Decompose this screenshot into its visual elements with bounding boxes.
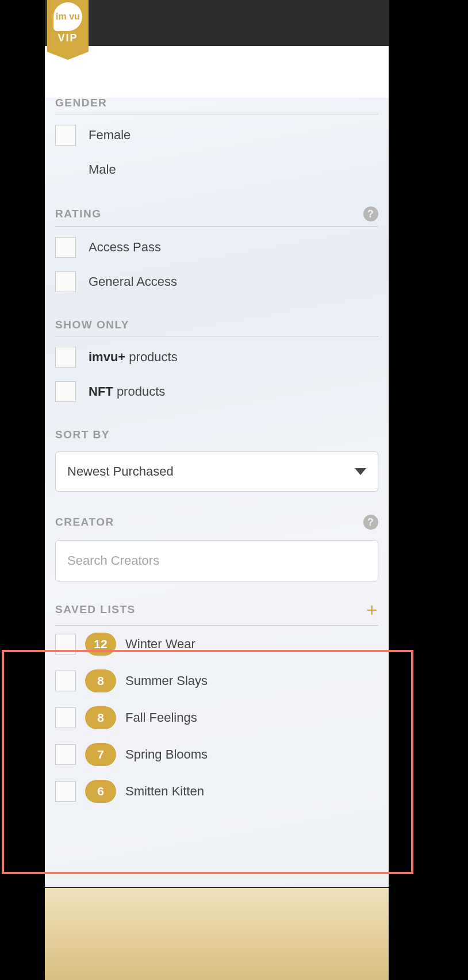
filter-panel: GENDER Female Male RATING ? Access Pass xyxy=(45,46,389,887)
filter-label: General Access xyxy=(89,274,177,289)
filter-row-gender-male[interactable]: Male xyxy=(55,156,378,190)
sort-by-select[interactable]: Newest Purchased xyxy=(55,451,378,492)
section-heading-creator: CREATOR xyxy=(55,516,114,529)
section-heading-rating: RATING xyxy=(55,208,101,220)
saved-list-row[interactable]: 8 Summer Slays xyxy=(55,663,378,699)
vip-label: VIP xyxy=(57,32,78,44)
filter-label: Female xyxy=(89,128,131,143)
section-heading-show-only: SHOW ONLY xyxy=(55,319,129,331)
saved-list-row[interactable]: 8 Fall Feelings xyxy=(55,699,378,736)
saved-list-row[interactable]: 6 Smitten Kitten xyxy=(55,773,378,810)
checkbox[interactable] xyxy=(55,271,76,292)
count-badge: 8 xyxy=(85,669,116,692)
section-heading-saved-lists: SAVED LISTS xyxy=(55,603,136,616)
checkbox[interactable] xyxy=(55,347,76,368)
checkbox[interactable] xyxy=(55,125,76,146)
checkbox[interactable] xyxy=(55,707,76,728)
count-badge: 7 xyxy=(85,743,116,766)
saved-list-label: Smitten Kitten xyxy=(125,784,204,799)
checkbox[interactable] xyxy=(55,781,76,802)
section-heading-sort-by: SORT BY xyxy=(55,428,110,441)
section-heading-gender: GENDER xyxy=(55,97,378,114)
filter-row-gender-female[interactable]: Female xyxy=(55,114,378,156)
count-badge: 8 xyxy=(85,706,116,729)
count-badge: 6 xyxy=(85,780,116,803)
checkbox[interactable] xyxy=(55,744,76,765)
chevron-down-icon xyxy=(355,468,366,475)
bottom-bar xyxy=(45,888,389,980)
sort-by-value: Newest Purchased xyxy=(67,464,174,479)
vip-badge: im vu VIP xyxy=(47,0,89,52)
filter-row-access-pass[interactable]: Access Pass xyxy=(55,227,378,268)
saved-list-label: Fall Feelings xyxy=(125,710,197,725)
saved-list-row[interactable]: 7 Spring Blooms xyxy=(55,736,378,773)
filter-label: NFT products xyxy=(89,384,165,399)
filter-label: Access Pass xyxy=(89,240,161,255)
add-saved-list-button[interactable]: + xyxy=(366,600,378,619)
checkbox[interactable] xyxy=(55,237,76,258)
checkbox[interactable] xyxy=(55,634,76,654)
filter-row-imvuplus[interactable]: imvu+ products xyxy=(55,336,378,378)
saved-list-row[interactable]: 12 Winter Wear xyxy=(55,626,378,663)
panel-header-blank xyxy=(45,46,389,98)
saved-list-label: Winter Wear xyxy=(125,637,195,652)
saved-list-label: Spring Blooms xyxy=(125,747,208,762)
checkbox[interactable] xyxy=(55,671,76,691)
filter-row-nft[interactable]: NFT products xyxy=(55,378,378,412)
creator-search-input[interactable] xyxy=(56,541,378,581)
top-bar xyxy=(45,0,389,46)
filter-label: imvu+ products xyxy=(89,350,178,365)
checkbox[interactable] xyxy=(55,381,76,402)
help-icon[interactable]: ? xyxy=(363,515,378,530)
filter-label: Male xyxy=(89,162,116,177)
help-icon[interactable]: ? xyxy=(363,206,378,221)
creator-search[interactable] xyxy=(55,540,378,581)
saved-list-label: Summer Slays xyxy=(125,673,208,688)
count-badge: 12 xyxy=(85,633,116,656)
vip-logo-icon: im vu xyxy=(53,2,82,31)
filter-row-general-access[interactable]: General Access xyxy=(55,268,378,303)
